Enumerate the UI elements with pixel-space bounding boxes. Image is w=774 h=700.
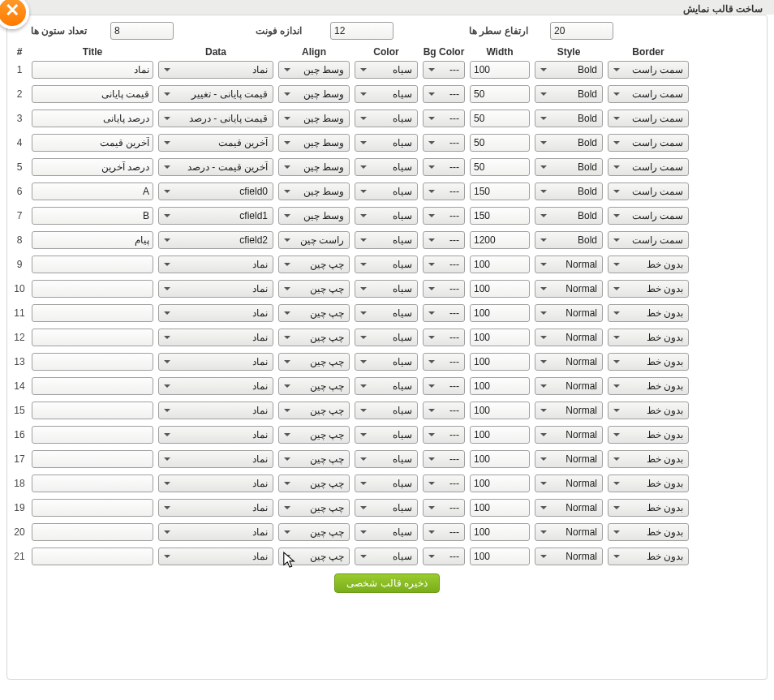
bgcolor-select[interactable]: --- <box>423 207 465 225</box>
data-select[interactable]: نماد <box>158 499 273 517</box>
data-select[interactable]: قیمت پایانی - تغییر <box>158 85 273 103</box>
style-select[interactable]: Bold <box>535 85 603 103</box>
width-input[interactable] <box>470 402 530 419</box>
bgcolor-select[interactable]: --- <box>423 426 465 444</box>
border-select[interactable]: بدون خط <box>608 450 689 468</box>
align-select[interactable]: چپ چین <box>278 523 350 541</box>
save-template-button[interactable]: ذخیره قالب شخصی <box>334 573 440 593</box>
width-input[interactable] <box>470 426 530 444</box>
bgcolor-select[interactable]: --- <box>423 280 465 298</box>
style-select[interactable]: Normal <box>535 523 603 541</box>
align-select[interactable]: چپ چین <box>278 256 350 273</box>
bgcolor-select[interactable]: --- <box>423 499 465 517</box>
border-select[interactable]: سمت راست <box>608 110 689 127</box>
color-select[interactable]: سیاه <box>355 110 418 127</box>
data-select[interactable]: قیمت پایانی - درصد <box>158 110 273 127</box>
bgcolor-select[interactable]: --- <box>423 548 465 565</box>
bgcolor-select[interactable]: --- <box>423 85 465 103</box>
data-select[interactable]: نماد <box>158 329 273 346</box>
color-select[interactable]: سیاه <box>355 377 418 395</box>
border-select[interactable]: بدون خط <box>608 426 689 444</box>
bgcolor-select[interactable]: --- <box>423 61 465 79</box>
align-select[interactable]: چپ چین <box>278 329 350 346</box>
border-select[interactable]: بدون خط <box>608 377 689 395</box>
color-select[interactable]: سیاه <box>355 475 418 492</box>
width-input[interactable] <box>470 548 530 565</box>
align-select[interactable]: چپ چین <box>278 353 350 371</box>
style-select[interactable]: Normal <box>535 450 603 468</box>
bgcolor-select[interactable]: --- <box>423 256 465 273</box>
align-select[interactable]: وسط چین <box>278 110 350 127</box>
data-select[interactable]: نماد <box>158 475 273 492</box>
style-select[interactable]: Normal <box>535 256 603 273</box>
width-input[interactable] <box>470 158 530 176</box>
title-input[interactable] <box>32 158 153 176</box>
data-select[interactable]: نماد <box>158 256 273 273</box>
style-select[interactable]: Bold <box>535 158 603 176</box>
title-input[interactable] <box>32 475 153 492</box>
width-input[interactable] <box>470 183 530 200</box>
color-select[interactable]: سیاه <box>355 304 418 322</box>
row-height-input[interactable] <box>550 22 613 40</box>
title-input[interactable] <box>32 499 153 517</box>
align-select[interactable]: راست چین <box>278 231 350 249</box>
bgcolor-select[interactable]: --- <box>423 402 465 419</box>
border-select[interactable]: بدون خط <box>608 353 689 371</box>
bgcolor-select[interactable]: --- <box>423 304 465 322</box>
color-select[interactable]: سیاه <box>355 158 418 176</box>
bgcolor-select[interactable]: --- <box>423 475 465 492</box>
border-select[interactable]: بدون خط <box>608 280 689 298</box>
border-select[interactable]: بدون خط <box>608 499 689 517</box>
style-select[interactable]: Bold <box>535 207 603 225</box>
align-select[interactable]: چپ چین <box>278 377 350 395</box>
width-input[interactable] <box>470 85 530 103</box>
align-select[interactable]: وسط چین <box>278 158 350 176</box>
border-select[interactable]: بدون خط <box>608 475 689 492</box>
align-select[interactable]: چپ چین <box>278 548 350 565</box>
bgcolor-select[interactable]: --- <box>423 183 465 200</box>
data-select[interactable]: نماد <box>158 280 273 298</box>
bgcolor-select[interactable]: --- <box>423 377 465 395</box>
align-select[interactable]: وسط چین <box>278 61 350 79</box>
width-input[interactable] <box>470 280 530 298</box>
style-select[interactable]: Normal <box>535 402 603 419</box>
title-input[interactable] <box>32 426 153 444</box>
color-select[interactable]: سیاه <box>355 183 418 200</box>
bgcolor-select[interactable]: --- <box>423 158 465 176</box>
color-select[interactable]: سیاه <box>355 85 418 103</box>
border-select[interactable]: بدون خط <box>608 304 689 322</box>
color-select[interactable]: سیاه <box>355 207 418 225</box>
style-select[interactable]: Bold <box>535 183 603 200</box>
border-select[interactable]: سمت راست <box>608 134 689 152</box>
title-input[interactable] <box>32 61 153 79</box>
align-select[interactable]: چپ چین <box>278 450 350 468</box>
style-select[interactable]: Normal <box>535 304 603 322</box>
width-input[interactable] <box>470 377 530 395</box>
style-select[interactable]: Normal <box>535 475 603 492</box>
width-input[interactable] <box>470 523 530 541</box>
border-select[interactable]: بدون خط <box>608 329 689 346</box>
title-input[interactable] <box>32 353 153 371</box>
title-input[interactable] <box>32 256 153 273</box>
color-select[interactable]: سیاه <box>355 402 418 419</box>
data-select[interactable]: آخرین قیمت - درصد <box>158 158 273 176</box>
width-input[interactable] <box>470 134 530 152</box>
title-input[interactable] <box>32 134 153 152</box>
col-count-input[interactable] <box>110 22 174 40</box>
color-select[interactable]: سیاه <box>355 426 418 444</box>
bgcolor-select[interactable]: --- <box>423 231 465 249</box>
data-select[interactable]: نماد <box>158 304 273 322</box>
data-select[interactable]: cfield0 <box>158 183 273 200</box>
align-select[interactable]: چپ چین <box>278 475 350 492</box>
style-select[interactable]: Bold <box>535 134 603 152</box>
title-input[interactable] <box>32 207 153 225</box>
data-select[interactable]: نماد <box>158 450 273 468</box>
style-select[interactable]: Bold <box>535 231 603 249</box>
color-select[interactable]: سیاه <box>355 134 418 152</box>
title-input[interactable] <box>32 304 153 322</box>
title-input[interactable] <box>32 329 153 346</box>
border-select[interactable]: بدون خط <box>608 256 689 273</box>
border-select[interactable]: بدون خط <box>608 548 689 565</box>
style-select[interactable]: Bold <box>535 61 603 79</box>
align-select[interactable]: وسط چین <box>278 134 350 152</box>
